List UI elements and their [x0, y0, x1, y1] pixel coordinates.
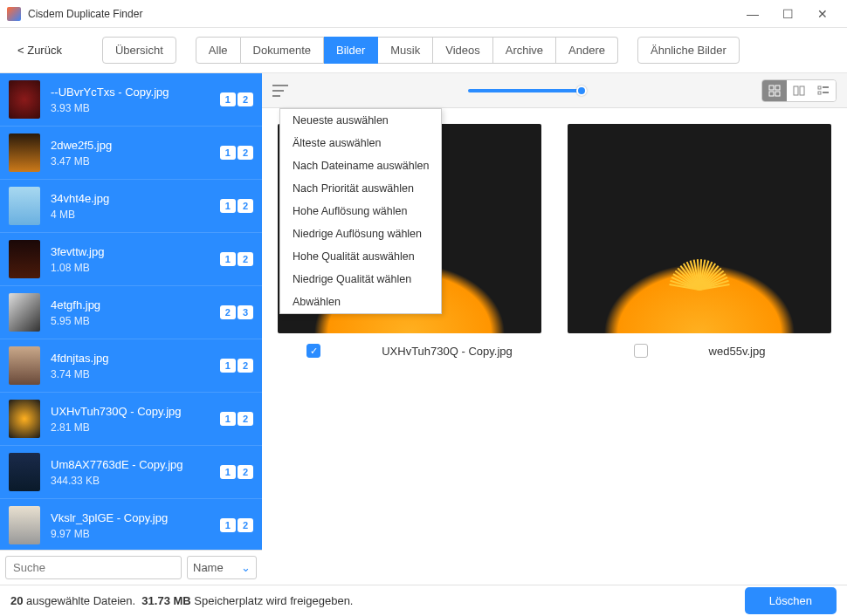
- list-item[interactable]: 4etgfh.jpg5.95 MB23: [0, 286, 262, 339]
- list-item[interactable]: UXHvTuh730Q - Copy.jpg2.81 MB12: [0, 393, 262, 446]
- sort-label: Name: [193, 561, 224, 574]
- badge[interactable]: 1: [220, 359, 236, 373]
- thumbnail: [9, 293, 40, 332]
- badge[interactable]: 3: [238, 305, 253, 319]
- svg-rect-8: [818, 92, 821, 94]
- dropdown-item[interactable]: Nach Dateiname auswählen: [280, 154, 441, 177]
- category-tabs: Alle Dokumente Bilder Musik Videos Archi…: [196, 37, 618, 64]
- dup-badges: 12: [220, 359, 253, 373]
- svg-rect-0: [769, 86, 774, 90]
- svg-rect-2: [769, 92, 774, 96]
- file-list[interactable]: --UBvrYcTxs - Copy.jpg3.93 MB122dwe2f5.j…: [0, 73, 262, 550]
- dup-badges: 12: [220, 199, 253, 213]
- dropdown-item[interactable]: Niedrige Qualität wählen: [280, 268, 441, 291]
- badge[interactable]: 2: [238, 199, 253, 213]
- minimize-button[interactable]: —: [735, 2, 770, 26]
- view-list-icon[interactable]: [811, 80, 836, 101]
- preview-checkbox[interactable]: ✓: [306, 344, 320, 358]
- list-item[interactable]: 2dwe2f5.jpg3.47 MB12: [0, 127, 262, 180]
- selection-menu-icon[interactable]: [272, 85, 288, 97]
- zoom-slider[interactable]: [299, 89, 751, 92]
- dup-badges: 12: [220, 465, 253, 479]
- dropdown-item[interactable]: Abwählen: [280, 291, 441, 313]
- badge[interactable]: 2: [238, 359, 253, 373]
- status-text: 20 ausgewählte Dateien. 31.73 MB Speiche…: [10, 594, 745, 607]
- badge[interactable]: 1: [220, 465, 236, 479]
- app-icon: [7, 7, 21, 21]
- dropdown-item[interactable]: Hohe Auflösung wählen: [280, 200, 441, 222]
- thumbnail: [9, 346, 40, 385]
- badge[interactable]: 2: [238, 92, 253, 106]
- dup-badges: 12: [220, 92, 253, 106]
- view-split-icon[interactable]: [787, 80, 811, 101]
- sidebar-bottom: Name ⌄: [0, 550, 262, 585]
- badge[interactable]: 1: [220, 199, 236, 213]
- list-item[interactable]: Um8AX7763dE - Copy.jpg344.33 KB12: [0, 446, 262, 499]
- tab-other[interactable]: Andere: [556, 37, 618, 64]
- file-size: 4 MB: [51, 209, 220, 221]
- close-button[interactable]: ✕: [805, 2, 840, 26]
- badge[interactable]: 2: [238, 252, 253, 266]
- file-name: 34vht4e.jpg: [51, 192, 220, 205]
- dropdown-item[interactable]: Niedrige Auflösung wählen: [280, 222, 441, 245]
- thumbnail: [9, 80, 40, 119]
- dropdown-item[interactable]: Neueste auswählen: [280, 109, 441, 132]
- tab-archives[interactable]: Archive: [493, 37, 556, 64]
- list-item[interactable]: 4fdnjtas.jpg3.74 MB12: [0, 339, 262, 393]
- tab-music[interactable]: Musik: [378, 37, 433, 64]
- tab-overview[interactable]: Übersicht: [102, 37, 176, 64]
- chevron-down-icon: ⌄: [241, 561, 251, 574]
- thumbnail: [9, 506, 40, 544]
- svg-rect-1: [775, 86, 780, 90]
- list-item[interactable]: 3fevttw.jpg1.08 MB12: [0, 233, 262, 286]
- maximize-button[interactable]: ☐: [770, 2, 805, 26]
- dropdown-item[interactable]: Älteste auswählen: [280, 132, 441, 154]
- preview-item-right: wed55v.jpg: [568, 124, 831, 358]
- preview-image[interactable]: [568, 124, 831, 333]
- badge[interactable]: 2: [238, 518, 253, 532]
- file-info: 34vht4e.jpg4 MB: [51, 192, 220, 221]
- file-info: 4etgfh.jpg5.95 MB: [51, 298, 220, 327]
- badge[interactable]: 1: [220, 146, 236, 160]
- list-item[interactable]: --UBvrYcTxs - Copy.jpg3.93 MB12: [0, 73, 262, 127]
- badge[interactable]: 1: [220, 92, 236, 106]
- file-name: --UBvrYcTxs - Copy.jpg: [51, 86, 220, 99]
- file-size: 3.47 MB: [51, 155, 220, 168]
- badge[interactable]: 2: [238, 146, 253, 160]
- thumbnail: [9, 400, 40, 438]
- badge[interactable]: 2: [238, 465, 253, 479]
- view-grid-icon[interactable]: [762, 80, 787, 101]
- sort-select[interactable]: Name ⌄: [187, 556, 257, 579]
- badge[interactable]: 1: [220, 518, 236, 532]
- preview-pane: Neueste auswählenÄlteste auswählenNach D…: [262, 73, 847, 585]
- preview-filename: wed55v.jpg: [709, 345, 766, 358]
- tab-documents[interactable]: Dokumente: [241, 37, 324, 64]
- file-size: 3.93 MB: [51, 102, 220, 114]
- list-item[interactable]: 34vht4e.jpg4 MB12: [0, 180, 262, 233]
- svg-rect-6: [818, 86, 821, 89]
- delete-button[interactable]: Löschen: [745, 587, 837, 614]
- dropdown-item[interactable]: Nach Priorität auswählen: [280, 177, 441, 200]
- tab-videos[interactable]: Videos: [433, 37, 493, 64]
- view-mode-toggle: [761, 79, 837, 102]
- badge[interactable]: 2: [238, 412, 253, 426]
- tab-images[interactable]: Bilder: [324, 37, 378, 64]
- badge[interactable]: 1: [220, 252, 236, 266]
- search-input[interactable]: [5, 556, 182, 579]
- file-info: 4fdnjtas.jpg3.74 MB: [51, 352, 220, 380]
- file-info: 3fevttw.jpg1.08 MB: [51, 245, 220, 274]
- file-size: 5.95 MB: [51, 315, 220, 327]
- back-button[interactable]: < Zurück: [9, 38, 71, 62]
- thumbnail: [9, 133, 40, 172]
- list-item[interactable]: Vkslr_3plGE - Copy.jpg9.97 MB12: [0, 499, 262, 550]
- svg-rect-4: [794, 86, 798, 95]
- preview-filename: UXHvTuh730Q - Copy.jpg: [382, 345, 513, 358]
- file-size: 344.33 KB: [51, 475, 220, 487]
- badge[interactable]: 1: [220, 412, 236, 426]
- preview-checkbox[interactable]: [634, 344, 648, 358]
- thumbnail: [9, 453, 40, 491]
- tab-similar-images[interactable]: Ähnliche Bilder: [637, 37, 740, 64]
- tab-all[interactable]: Alle: [196, 37, 241, 64]
- dropdown-item[interactable]: Hohe Qualität auswählen: [280, 245, 441, 268]
- badge[interactable]: 2: [220, 305, 236, 319]
